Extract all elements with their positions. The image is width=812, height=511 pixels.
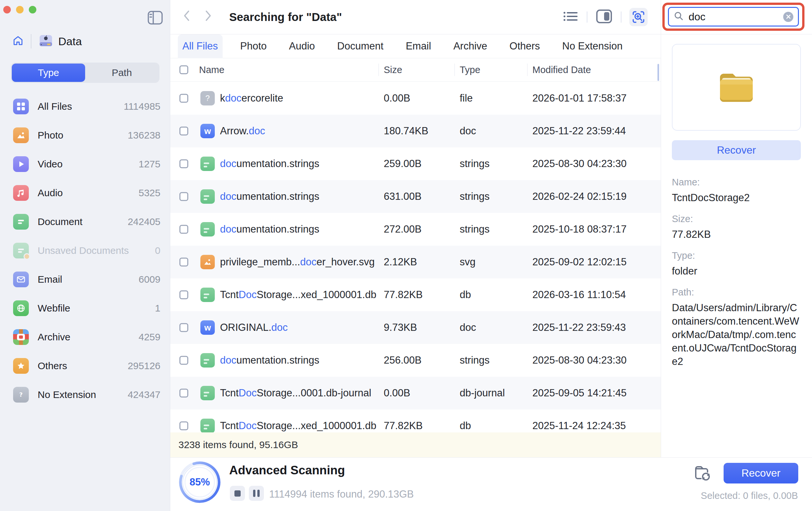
search-query-text[interactable]: doc <box>689 11 783 23</box>
category-label: Unsaved Documents <box>38 245 155 256</box>
column-header-type[interactable]: Type <box>460 64 480 75</box>
select-all-checkbox[interactable] <box>179 65 188 74</box>
list-scrollbar[interactable] <box>658 64 659 81</box>
window-close-button[interactable] <box>3 6 11 13</box>
category-label: Document <box>38 216 128 227</box>
table-row[interactable]: documentation.strings 259.00B strings 20… <box>170 147 661 180</box>
tab-photo[interactable]: Photo <box>236 34 271 58</box>
row-checkbox[interactable] <box>179 422 188 430</box>
sidebar-item-webfile[interactable]: Webfile 1 <box>0 294 170 323</box>
file-strings-icon <box>200 157 215 171</box>
tab-archive[interactable]: Archive <box>449 34 492 58</box>
sidebar-item-all-files[interactable]: All Files 1114985 <box>0 92 170 121</box>
deep-scan-icon[interactable] <box>629 8 648 26</box>
name-value: TcntDocStorage2 <box>672 191 802 204</box>
stop-scan-button[interactable] <box>230 486 245 501</box>
video-icon <box>13 156 29 172</box>
table-row[interactable]: TcntDocStorage...0001.db-journal 0.00B d… <box>170 377 661 409</box>
category-count: 6009 <box>139 274 161 285</box>
recover-button-main[interactable]: Recover <box>724 463 798 483</box>
row-checkbox[interactable] <box>179 323 188 332</box>
page-title: Searching for "Data" <box>229 10 342 24</box>
category-label: Video <box>38 159 139 170</box>
column-separator <box>527 63 527 76</box>
row-checkbox[interactable] <box>179 160 188 168</box>
category-label: Photo <box>38 130 128 141</box>
archive-icon <box>13 329 29 345</box>
sidebar-item-no-extension[interactable]: ? No Extension 424347 <box>0 380 170 409</box>
category-label: Webfile <box>38 303 155 314</box>
type-value: folder <box>672 264 802 278</box>
email-icon <box>13 272 29 287</box>
window-minimize-button[interactable] <box>16 6 24 13</box>
sidebar-item-document[interactable]: Document 242405 <box>0 207 170 236</box>
category-count: 0 <box>155 245 161 256</box>
file-strings-icon <box>200 288 215 302</box>
row-checkbox[interactable] <box>179 356 188 365</box>
category-count: 242405 <box>128 216 161 227</box>
list-view-icon[interactable] <box>562 10 579 24</box>
column-header-name[interactable]: Name <box>199 64 224 75</box>
table-row[interactable]: ? kdocercorelite 0.00B file 2026-01-01 1… <box>170 82 661 115</box>
main-topbar: Searching for "Data" <box>170 0 661 34</box>
segment-type[interactable]: Type <box>12 63 85 82</box>
clock-badge-icon <box>24 253 30 260</box>
home-icon[interactable] <box>12 35 24 48</box>
sidebar-item-audio[interactable]: Audio 5325 <box>0 178 170 207</box>
file-strings-icon <box>200 353 215 368</box>
svg-text:?: ? <box>19 391 23 398</box>
table-row[interactable]: documentation.strings 272.00B strings 20… <box>170 213 661 246</box>
row-checkbox[interactable] <box>179 290 188 300</box>
document-icon <box>13 214 29 230</box>
tab-no-extension[interactable]: No Extension <box>558 34 627 58</box>
scan-title: Advanced Scanning <box>229 463 345 477</box>
tab-all-files[interactable]: All Files <box>178 34 223 58</box>
drive-title: Data <box>58 35 82 48</box>
segment-path[interactable]: Path <box>85 63 158 82</box>
recovery-destination-icon[interactable] <box>694 465 711 483</box>
tab-others[interactable]: Others <box>505 34 545 58</box>
sidebar-item-email[interactable]: Email 6009 <box>0 265 170 294</box>
table-row[interactable]: w ORIGINAL.doc 9.73KB doc 2025-11-22 23:… <box>170 311 661 344</box>
tab-document[interactable]: Document <box>333 34 388 58</box>
row-checkbox[interactable] <box>179 225 188 234</box>
row-checkbox[interactable] <box>179 127 188 136</box>
file-strings-icon <box>200 386 215 400</box>
table-row[interactable]: documentation.strings 631.00B strings 20… <box>170 180 661 213</box>
table-row[interactable]: w Arrow.doc 180.74KB doc 2025-11-22 23:5… <box>170 115 661 147</box>
category-count: 1114985 <box>124 101 161 112</box>
selected-summary: Selected: 0 files, 0.00B <box>701 490 798 501</box>
clear-search-icon[interactable] <box>783 12 793 22</box>
file-image-icon <box>200 255 215 269</box>
search-input[interactable]: doc <box>668 7 799 27</box>
file-word-icon: w <box>200 320 215 335</box>
sidebar-item-unsaved-documents[interactable]: Unsaved Documents 0 <box>0 236 170 265</box>
table-row[interactable]: TcntDocStorage...xed_1000001.db 77.82KB … <box>170 278 661 311</box>
scan-status-text: 1114994 items found, 290.13GB <box>269 488 414 500</box>
row-checkbox[interactable] <box>179 258 188 267</box>
tab-email[interactable]: Email <box>401 34 436 58</box>
table-row[interactable]: privilege_memb...docer_hover.svg 2.12KB … <box>170 246 661 278</box>
scan-status-bar: 85% Advanced Scanning 1114994 items foun… <box>170 457 812 511</box>
sidebar-toggle-icon[interactable] <box>147 10 163 26</box>
table-row[interactable]: documentation.strings 256.00B strings 20… <box>170 344 661 377</box>
sidebar-item-video[interactable]: Video 1275 <box>0 150 170 178</box>
row-checkbox[interactable] <box>179 389 188 398</box>
file-unknown-icon: ? <box>200 91 215 106</box>
pause-scan-button[interactable] <box>249 486 264 501</box>
search-icon <box>673 11 684 23</box>
name-label: Name: <box>672 177 802 188</box>
back-arrow-icon[interactable] <box>179 9 194 25</box>
preview-panel-icon[interactable] <box>595 8 613 26</box>
sidebar-item-archive[interactable]: Archive 4259 <box>0 323 170 351</box>
sidebar-item-others[interactable]: Others 295126 <box>0 351 170 380</box>
column-header-size[interactable]: Size <box>384 64 402 75</box>
window-zoom-button[interactable] <box>29 6 36 13</box>
tab-audio[interactable]: Audio <box>285 34 320 58</box>
row-checkbox[interactable] <box>179 94 188 103</box>
recover-button-panel[interactable]: Recover <box>672 140 801 160</box>
column-header-modified[interactable]: Modified Date <box>532 64 591 75</box>
forward-arrow-icon[interactable] <box>201 9 215 25</box>
row-checkbox[interactable] <box>179 192 188 201</box>
sidebar-item-photo[interactable]: Photo 136238 <box>0 121 170 150</box>
